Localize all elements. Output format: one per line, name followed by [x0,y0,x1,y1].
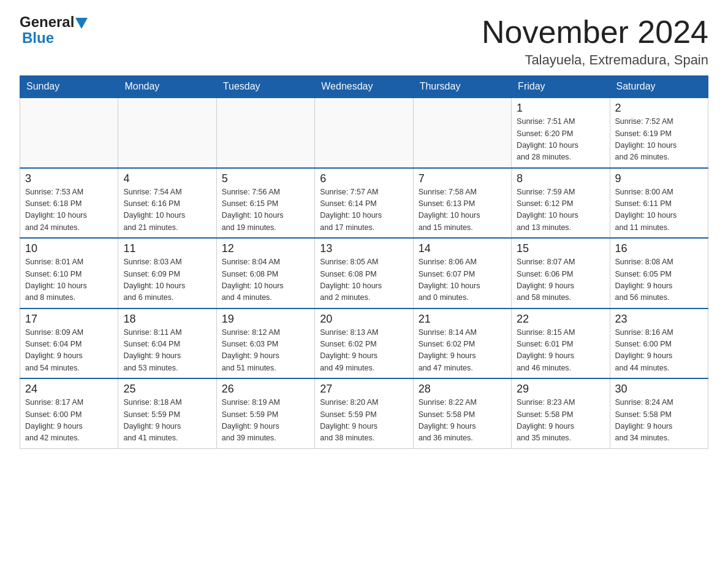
calendar-cell: 3Sunrise: 7:53 AM Sunset: 6:18 PM Daylig… [20,168,118,239]
day-info: Sunrise: 8:07 AM Sunset: 6:06 PM Dayligh… [517,256,604,304]
calendar-cell: 11Sunrise: 8:03 AM Sunset: 6:09 PM Dayli… [118,238,216,308]
calendar-cell: 22Sunrise: 8:15 AM Sunset: 6:01 PM Dayli… [512,308,610,379]
logo-general-text: General [20,15,74,29]
calendar-cell: 18Sunrise: 8:11 AM Sunset: 6:04 PM Dayli… [118,308,216,379]
calendar-cell: 4Sunrise: 7:54 AM Sunset: 6:16 PM Daylig… [118,168,216,239]
day-info: Sunrise: 8:17 AM Sunset: 6:00 PM Dayligh… [25,397,113,445]
calendar-cell: 5Sunrise: 7:56 AM Sunset: 6:15 PM Daylig… [216,168,314,239]
day-info: Sunrise: 8:23 AM Sunset: 5:58 PM Dayligh… [517,397,604,445]
day-number: 15 [517,242,604,255]
day-number: 11 [123,242,211,255]
calendar-cell [413,98,511,168]
day-number: 27 [320,383,408,396]
day-number: 9 [615,172,703,185]
calendar-cell: 2Sunrise: 7:52 AM Sunset: 6:19 PM Daylig… [610,98,708,168]
day-info: Sunrise: 8:20 AM Sunset: 5:59 PM Dayligh… [320,397,408,445]
calendar-cell: 6Sunrise: 7:57 AM Sunset: 6:14 PM Daylig… [315,168,413,239]
day-info: Sunrise: 8:01 AM Sunset: 6:10 PM Dayligh… [25,256,113,304]
calendar-cell: 21Sunrise: 8:14 AM Sunset: 6:02 PM Dayli… [413,308,511,379]
day-number: 21 [419,313,506,326]
day-info: Sunrise: 8:22 AM Sunset: 5:58 PM Dayligh… [419,397,506,445]
calendar-cell: 12Sunrise: 8:04 AM Sunset: 6:08 PM Dayli… [216,238,314,308]
calendar-cell [118,98,216,168]
calendar-cell: 15Sunrise: 8:07 AM Sunset: 6:06 PM Dayli… [512,238,610,308]
day-number: 25 [123,383,211,396]
calendar-cell: 26Sunrise: 8:19 AM Sunset: 5:59 PM Dayli… [216,378,314,448]
week-row-3: 10Sunrise: 8:01 AM Sunset: 6:10 PM Dayli… [20,238,708,308]
day-number: 1 [517,102,604,115]
logo-blue-text: Blue [22,29,54,46]
day-info: Sunrise: 8:11 AM Sunset: 6:04 PM Dayligh… [123,327,211,375]
calendar-cell: 23Sunrise: 8:16 AM Sunset: 6:00 PM Dayli… [610,308,708,379]
day-info: Sunrise: 8:24 AM Sunset: 5:58 PM Dayligh… [615,397,703,445]
day-info: Sunrise: 8:14 AM Sunset: 6:02 PM Dayligh… [419,327,506,375]
day-info: Sunrise: 7:59 AM Sunset: 6:12 PM Dayligh… [517,186,604,234]
calendar-cell: 30Sunrise: 8:24 AM Sunset: 5:58 PM Dayli… [610,378,708,448]
weekday-header-row: SundayMondayTuesdayWednesdayThursdayFrid… [20,76,708,98]
day-number: 6 [320,172,408,185]
day-number: 7 [419,172,506,185]
day-number: 18 [123,313,211,326]
calendar-cell: 25Sunrise: 8:18 AM Sunset: 5:59 PM Dayli… [118,378,216,448]
weekday-header-monday: Monday [118,76,216,98]
calendar-cell: 10Sunrise: 8:01 AM Sunset: 6:10 PM Dayli… [20,238,118,308]
day-info: Sunrise: 7:57 AM Sunset: 6:14 PM Dayligh… [320,186,408,234]
calendar-subtitle: Talayuela, Extremadura, Spain [482,52,708,68]
day-info: Sunrise: 8:00 AM Sunset: 6:11 PM Dayligh… [615,186,703,234]
day-number: 5 [222,172,309,185]
calendar-cell: 8Sunrise: 7:59 AM Sunset: 6:12 PM Daylig… [512,168,610,239]
day-number: 4 [123,172,211,185]
day-info: Sunrise: 8:04 AM Sunset: 6:08 PM Dayligh… [222,256,309,304]
calendar-cell: 1Sunrise: 7:51 AM Sunset: 6:20 PM Daylig… [512,98,610,168]
day-info: Sunrise: 7:58 AM Sunset: 6:13 PM Dayligh… [419,186,506,234]
day-info: Sunrise: 8:12 AM Sunset: 6:03 PM Dayligh… [222,327,309,375]
day-info: Sunrise: 8:03 AM Sunset: 6:09 PM Dayligh… [123,256,211,304]
weekday-header-sunday: Sunday [20,76,118,98]
day-info: Sunrise: 8:06 AM Sunset: 6:07 PM Dayligh… [419,256,506,304]
day-number: 14 [419,242,506,255]
week-row-2: 3Sunrise: 7:53 AM Sunset: 6:18 PM Daylig… [20,168,708,239]
day-number: 23 [615,313,703,326]
calendar-cell: 9Sunrise: 8:00 AM Sunset: 6:11 PM Daylig… [610,168,708,239]
page-header: General Blue November 2024 Talayuela, Ex… [20,15,708,68]
day-number: 20 [320,313,408,326]
logo-triangle-icon [75,18,88,29]
day-info: Sunrise: 8:05 AM Sunset: 6:08 PM Dayligh… [320,256,408,304]
day-number: 3 [25,172,113,185]
day-number: 8 [517,172,604,185]
calendar-cell: 7Sunrise: 7:58 AM Sunset: 6:13 PM Daylig… [413,168,511,239]
day-number: 10 [25,242,113,255]
day-info: Sunrise: 8:13 AM Sunset: 6:02 PM Dayligh… [320,327,408,375]
day-info: Sunrise: 7:51 AM Sunset: 6:20 PM Dayligh… [517,116,604,164]
day-number: 13 [320,242,408,255]
day-number: 19 [222,313,309,326]
weekday-header-friday: Friday [512,76,610,98]
logo-top: General [20,15,88,29]
day-info: Sunrise: 8:19 AM Sunset: 5:59 PM Dayligh… [222,397,309,445]
calendar-cell: 28Sunrise: 8:22 AM Sunset: 5:58 PM Dayli… [413,378,511,448]
day-info: Sunrise: 8:15 AM Sunset: 6:01 PM Dayligh… [517,327,604,375]
calendar-cell [216,98,314,168]
calendar-title: November 2024 [482,15,708,50]
week-row-4: 17Sunrise: 8:09 AM Sunset: 6:04 PM Dayli… [20,308,708,379]
weekday-header-saturday: Saturday [610,76,708,98]
day-info: Sunrise: 8:09 AM Sunset: 6:04 PM Dayligh… [25,327,113,375]
calendar-cell: 14Sunrise: 8:06 AM Sunset: 6:07 PM Dayli… [413,238,511,308]
day-number: 22 [517,313,604,326]
calendar-table: SundayMondayTuesdayWednesdayThursdayFrid… [20,75,708,449]
calendar-cell: 27Sunrise: 8:20 AM Sunset: 5:59 PM Dayli… [315,378,413,448]
day-number: 24 [25,383,113,396]
logo: General Blue [20,15,88,47]
calendar-cell [20,98,118,168]
day-number: 28 [419,383,506,396]
day-info: Sunrise: 7:52 AM Sunset: 6:19 PM Dayligh… [615,116,703,164]
calendar-cell: 24Sunrise: 8:17 AM Sunset: 6:00 PM Dayli… [20,378,118,448]
week-row-5: 24Sunrise: 8:17 AM Sunset: 6:00 PM Dayli… [20,378,708,448]
calendar-cell: 13Sunrise: 8:05 AM Sunset: 6:08 PM Dayli… [315,238,413,308]
weekday-header-wednesday: Wednesday [315,76,413,98]
weekday-header-tuesday: Tuesday [216,76,314,98]
calendar-cell: 19Sunrise: 8:12 AM Sunset: 6:03 PM Dayli… [216,308,314,379]
day-number: 26 [222,383,309,396]
calendar-cell: 16Sunrise: 8:08 AM Sunset: 6:05 PM Dayli… [610,238,708,308]
calendar-cell: 29Sunrise: 8:23 AM Sunset: 5:58 PM Dayli… [512,378,610,448]
